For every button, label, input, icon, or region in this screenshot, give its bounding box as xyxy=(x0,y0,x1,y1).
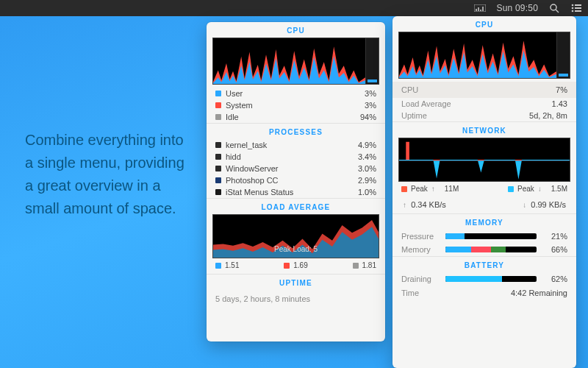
loadavg-label-r: Load Average xyxy=(401,99,451,108)
uptime-text: 5 days, 2 hours, 8 minutes xyxy=(207,290,385,309)
list-icon[interactable] xyxy=(570,3,582,13)
svg-rect-1 xyxy=(476,9,477,11)
menubar: Sun 09:50 xyxy=(0,0,588,16)
loadavg-value-r: 1.43 xyxy=(552,99,567,108)
svg-rect-12 xyxy=(575,10,581,12)
process-row[interactable]: iStat Menus Status1.0% xyxy=(207,186,385,198)
cpu-row[interactable]: System3% xyxy=(207,99,385,111)
section-title-cpu: CPU xyxy=(207,22,385,38)
cpu-label-r: CPU xyxy=(401,85,418,94)
menubar-clock[interactable]: Sun 09:50 xyxy=(496,3,538,13)
section-title-network: NETWORK xyxy=(392,122,576,138)
process-row[interactable]: hidd3.4% xyxy=(207,151,385,163)
svg-rect-3 xyxy=(480,10,481,11)
section-title-memory: MEMORY xyxy=(392,214,576,230)
load-peak-label: Peak Load: 5 xyxy=(213,245,379,253)
network-peaks: Peak ↑11M Peak ↓1.5M xyxy=(392,182,576,197)
section-title-load: LOAD AVERAGE xyxy=(207,199,385,214)
section-title-uptime: UPTIME xyxy=(207,275,385,290)
section-title-processes: PROCESSES xyxy=(207,124,385,139)
cpu-graph[interactable] xyxy=(212,38,379,85)
cpu-row[interactable]: User3% xyxy=(207,88,385,99)
battery-time-value: 4:42 Remaining xyxy=(511,289,567,297)
battery-time-label: Time xyxy=(401,289,419,297)
svg-point-11 xyxy=(572,10,574,13)
search-icon[interactable] xyxy=(548,3,560,13)
network-rates: ↑ 0.34 KB/s ↓ 0.99 KB/s xyxy=(392,197,576,213)
section-title-cpu-r: CPU xyxy=(392,16,576,32)
svg-rect-10 xyxy=(575,7,581,9)
menubar-graph-icon[interactable] xyxy=(474,3,486,13)
battery-row[interactable]: Draining 62% xyxy=(392,272,576,286)
svg-rect-2 xyxy=(478,7,479,11)
uptime-value-r: 5d, 2h, 8m xyxy=(529,111,567,120)
process-row[interactable]: kernel_task4.9% xyxy=(207,139,385,151)
network-graph[interactable] xyxy=(398,138,570,182)
hero-text: Combine everything into a single menu, p… xyxy=(25,129,194,220)
cpu-graph-r[interactable] xyxy=(398,32,570,79)
svg-point-7 xyxy=(572,4,574,7)
svg-rect-8 xyxy=(575,4,581,6)
combined-menu-panel: CPU User3%System3%Idle94% PROCESSES kern… xyxy=(207,22,385,342)
process-row[interactable]: Photoshop CC2.9% xyxy=(207,174,385,186)
cpu-row[interactable]: Idle94% xyxy=(207,111,385,123)
load-graph[interactable]: Peak Load: 5 xyxy=(212,214,379,258)
uptime-label-r: Uptime xyxy=(401,111,427,120)
svg-point-5 xyxy=(551,4,556,10)
process-row[interactable]: WindowServer3.0% xyxy=(207,163,385,174)
memory-row[interactable]: Pressure21% xyxy=(392,230,576,243)
menubar-dropdown-panel: CPU CPU7% Load Average1.43 Uptime5d, 2h,… xyxy=(392,16,576,368)
cpu-value-r: 7% xyxy=(556,85,567,94)
load-legend: 1.511.691.81 xyxy=(207,258,385,274)
svg-point-9 xyxy=(572,7,574,10)
section-title-battery: BATTERY xyxy=(392,257,576,272)
svg-rect-4 xyxy=(482,7,484,11)
svg-line-6 xyxy=(556,10,559,13)
memory-row[interactable]: Memory66% xyxy=(392,243,576,256)
